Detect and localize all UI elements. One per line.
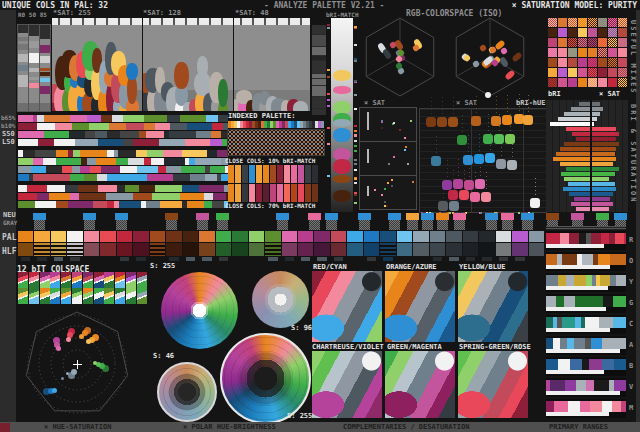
- mix-swatch: [618, 78, 627, 87]
- bri-hue-dot: [475, 179, 485, 189]
- pal-swatch[interactable]: [84, 231, 99, 242]
- strip-segment: [146, 201, 160, 208]
- mix-swatch: [568, 28, 577, 37]
- pal-swatch[interactable]: [397, 231, 412, 242]
- primary-band: [546, 252, 626, 271]
- hlf-swatch: [331, 243, 346, 256]
- color-strip-row: [18, 201, 228, 208]
- pal-swatch[interactable]: [166, 231, 181, 242]
- band-strip: [546, 317, 626, 328]
- comp-green-magenta-title: GREEN/MAGENTA: [387, 344, 442, 351]
- pal-swatch[interactable]: [51, 231, 66, 242]
- strip-segment: [93, 201, 107, 208]
- neutral-cap: [308, 213, 321, 220]
- dot-trail: [479, 134, 480, 154]
- close-cols-70-label: CLOSE COLS: 70% bRI-MATCH: [225, 203, 315, 209]
- tick-mark: [480, 212, 482, 214]
- mix-swatch: [588, 58, 597, 67]
- pal-swatch[interactable]: [347, 231, 362, 242]
- scatter-dot: [374, 189, 376, 191]
- indexed-swatch: [321, 121, 324, 128]
- pal-swatch[interactable]: [150, 231, 165, 242]
- strip-segment: [49, 193, 70, 200]
- hlf-swatch: [150, 243, 165, 256]
- pal-swatch[interactable]: [34, 231, 49, 242]
- band-blob: [546, 275, 558, 286]
- close-col-swatch: [228, 165, 234, 183]
- pal-swatch[interactable]: [446, 231, 461, 242]
- bri-hue-dot: [471, 116, 481, 126]
- color-strip-row: [18, 185, 228, 192]
- pal-swatch[interactable]: [413, 231, 428, 242]
- pal-swatch[interactable]: [117, 231, 132, 242]
- pal-swatch[interactable]: [512, 231, 527, 242]
- pal-swatch[interactable]: [282, 231, 297, 242]
- pal-swatch[interactable]: [100, 231, 115, 242]
- color-strip-row: [18, 115, 228, 122]
- strip-segment: [80, 150, 107, 157]
- bri-bar: [576, 207, 590, 211]
- strip-segment: [75, 139, 98, 146]
- neutral-checker: [116, 220, 127, 230]
- strip-segment: [173, 174, 190, 181]
- pal-swatch[interactable]: [479, 231, 494, 242]
- pal-swatch[interactable]: [331, 231, 346, 242]
- mix-swatch: [588, 68, 597, 77]
- comp-red-cyan-title: RED/CYAN: [313, 264, 347, 271]
- hlf-swatch: [232, 243, 247, 256]
- pal-swatch[interactable]: [216, 231, 231, 242]
- primary-band: [546, 273, 626, 292]
- pal-swatch[interactable]: [496, 231, 511, 242]
- pal-swatch[interactable]: [249, 231, 264, 242]
- neutral-cap: [596, 213, 609, 220]
- bri-hue-dot: [507, 160, 517, 170]
- neutral-checker: [326, 220, 337, 230]
- strip-segment: [139, 185, 155, 192]
- strip-segment: [221, 131, 228, 138]
- close-col-swatch: [270, 184, 276, 202]
- pal-swatch[interactable]: [67, 231, 82, 242]
- dot-trail: [510, 114, 511, 134]
- strip-segment: [65, 185, 78, 192]
- mix-swatch: [598, 38, 607, 47]
- band-blob: [558, 359, 570, 370]
- ranges-header: [546, 226, 626, 230]
- pyramid-chart: [546, 100, 628, 212]
- pal-swatch[interactable]: [380, 231, 395, 242]
- scatter-dot: [410, 120, 412, 122]
- mix-swatch: [568, 58, 577, 67]
- indexed-palette-label: INDEXED PALETTE:: [228, 113, 295, 120]
- pal-swatch[interactable]: [199, 231, 214, 242]
- band-blob: [624, 233, 626, 244]
- hlf-sub-swatch: [153, 257, 162, 261]
- color-strip-row: [18, 131, 228, 138]
- pal-swatch[interactable]: [529, 231, 544, 242]
- band-blob: [598, 254, 610, 265]
- mix-swatch: [608, 38, 617, 47]
- hlf-swatch: [100, 243, 115, 256]
- pal-swatch[interactable]: [232, 231, 247, 242]
- band-strip: [546, 359, 626, 370]
- pal-swatch[interactable]: [18, 231, 33, 242]
- pal-swatch[interactable]: [314, 231, 329, 242]
- mix-swatch: [588, 28, 597, 37]
- pal-swatch[interactable]: [463, 231, 478, 242]
- band-blob: [591, 233, 601, 244]
- pal-swatch[interactable]: [133, 231, 148, 242]
- palette-analyzer-app: UNIQUE COLS IN PAL: 32 - ANALYZE PALETTE…: [0, 0, 640, 432]
- mix-swatch: [618, 38, 627, 47]
- colspace-tile: [126, 288, 136, 304]
- band-blob: [620, 254, 626, 265]
- colspace-tile: [115, 272, 125, 288]
- pal-swatch[interactable]: [430, 231, 445, 242]
- band-white-row: [546, 328, 610, 332]
- strip-segment: [33, 174, 53, 181]
- dot-trail: [468, 135, 469, 155]
- pal-swatch[interactable]: [183, 231, 198, 242]
- pal-swatch[interactable]: [298, 231, 313, 242]
- band-strip: [546, 401, 626, 412]
- band-blob: [546, 338, 553, 349]
- bri-hue-dot: [485, 153, 495, 163]
- pal-swatch[interactable]: [265, 231, 280, 242]
- pal-swatch[interactable]: [364, 231, 379, 242]
